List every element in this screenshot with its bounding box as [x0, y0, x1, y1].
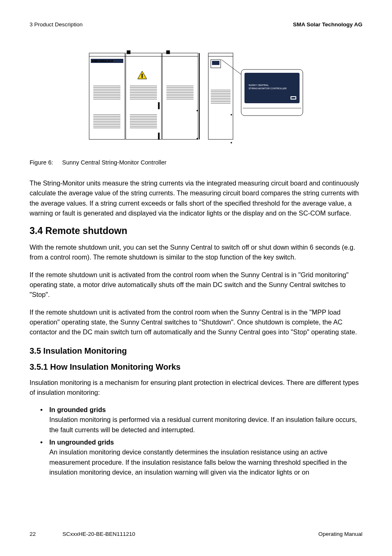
svg-rect-1	[126, 53, 161, 139]
figure-6: SUNNY CENTRAL 800 CP !	[30, 49, 362, 148]
svg-rect-63	[212, 61, 219, 65]
figure-6-caption-label: Figure 6:	[30, 159, 53, 166]
svg-point-59	[197, 138, 198, 139]
bullet-ungrounded: In ungrounded grids An insulation monito…	[40, 437, 362, 477]
svg-rect-5	[166, 51, 170, 54]
svg-text:SUNNY CENTRAL 800 CP: SUNNY CENTRAL 800 CP	[92, 60, 113, 62]
footer-doc-id: SCxxxHE-20-BE-BEN111210	[62, 531, 318, 537]
heading-3-5: 3.5 Insulation Monitoring	[30, 346, 362, 356]
figure-6-caption-text: Sunny Central String-Monitor Controller	[62, 159, 166, 166]
svg-text:SUNNY CENTRAL: SUNNY CENTRAL	[249, 84, 269, 86]
paragraph-remote-3: If the remote shutdown unit is activated…	[30, 307, 362, 337]
paragraph-remote-1: With the remote shutdown unit, you can s…	[30, 242, 362, 262]
svg-rect-0	[89, 53, 125, 139]
footer-page-number: 22	[30, 531, 62, 537]
page-footer: 22 SCxxxHE-20-BE-BEN111210 Operating Man…	[30, 531, 362, 537]
header-company: SMA Solar Technology AG	[293, 21, 362, 28]
paragraph-remote-2: If the remote shutdown unit is activated…	[30, 270, 362, 300]
heading-3-5-1: 3.5.1 How Insulation Monitoring Works	[30, 362, 362, 372]
svg-rect-56	[158, 102, 159, 109]
svg-rect-81	[291, 97, 295, 99]
insulation-bullet-list: In grounded grids Insulation monitoring …	[30, 405, 362, 477]
svg-rect-3	[199, 53, 200, 139]
svg-rect-2	[162, 53, 198, 139]
paragraph-insulation-intro: Insulation monitoring is a mechanism for…	[30, 378, 362, 398]
svg-text:!: !	[141, 73, 143, 79]
bullet-grounded: In grounded grids Insulation monitoring …	[40, 405, 362, 435]
svg-text:STRING-MONITOR CONTROLLER: STRING-MONITOR CONTROLLER	[249, 87, 286, 90]
figure-6-caption: Figure 6: Sunny Central String-Monitor C…	[30, 159, 362, 166]
footer-doc-type: Operating Manual	[318, 531, 362, 537]
svg-rect-57	[158, 133, 159, 139]
page-header: 3 Product Description SMA Solar Technolo…	[30, 21, 362, 28]
figure-6-svg: SUNNY CENTRAL 800 CP !	[85, 49, 307, 148]
svg-point-73	[231, 114, 232, 116]
bullet-ungrounded-body: An insulation monitoring device constant…	[49, 447, 362, 477]
svg-line-75	[221, 60, 241, 74]
svg-rect-4	[127, 51, 130, 54]
paragraph-string-monitor: The String-Monitor units measure the str…	[30, 178, 362, 218]
svg-point-74	[231, 142, 232, 144]
svg-point-58	[197, 110, 198, 111]
bullet-grounded-body: Insulation monitoring is performed via a…	[49, 415, 362, 435]
header-section: 3 Product Description	[30, 21, 83, 28]
heading-3-4: 3.4 Remote shutdown	[30, 225, 362, 236]
bullet-grounded-title: In grounded grids	[49, 405, 362, 415]
bullet-ungrounded-title: In ungrounded grids	[49, 437, 362, 447]
